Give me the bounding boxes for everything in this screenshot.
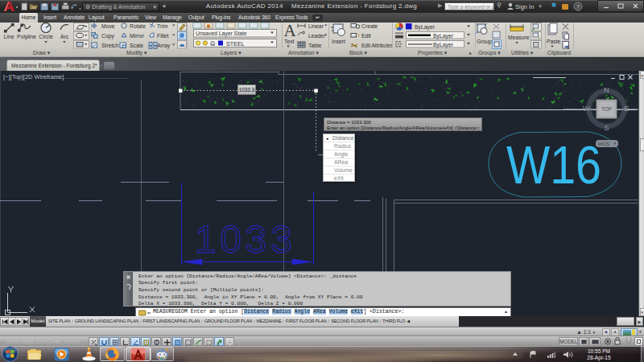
svg-text:Insert: Insert	[332, 39, 345, 44]
svg-text:Create: Create	[361, 23, 378, 29]
svg-text:Scale: Scale	[130, 43, 143, 48]
svg-text:Unsaved Layer State: Unsaved Layer State	[196, 31, 247, 37]
svg-text:Fillet: Fillet	[157, 33, 168, 39]
svg-text:N: N	[604, 85, 609, 94]
svg-text:Circle: Circle	[39, 34, 53, 39]
svg-text:Paste: Paste	[547, 39, 561, 44]
svg-text:Line: Line	[4, 34, 14, 39]
svg-text:Text: Text	[284, 39, 295, 44]
svg-text:Measure: Measure	[508, 35, 530, 40]
svg-text:Trim: Trim	[157, 23, 168, 29]
svg-text:W16: W16	[506, 135, 601, 195]
svg-text:TOP: TOP	[601, 106, 612, 112]
svg-text:Edit: Edit	[361, 33, 371, 39]
svg-text:Stretch: Stretch	[101, 43, 119, 48]
svg-text:ByLayer: ByLayer	[415, 24, 436, 31]
svg-text:Linear: Linear	[308, 23, 324, 29]
svg-text:Group: Group	[477, 39, 492, 45]
svg-text:?: ?	[576, 4, 580, 10]
svg-text:ByLayer: ByLayer	[433, 42, 454, 48]
svg-text:Array: Array	[157, 43, 171, 49]
svg-text:W: W	[583, 104, 590, 113]
svg-text:Edit Attributes: Edit Attributes	[361, 43, 392, 48]
svg-text:STEEL: STEEL	[226, 40, 245, 47]
svg-text:ByLayer: ByLayer	[433, 33, 454, 39]
svg-text:A: A	[284, 23, 297, 40]
svg-text:Arc: Arc	[60, 34, 69, 39]
svg-text:1033: 1033	[195, 218, 292, 261]
svg-text:Leader: Leader	[308, 33, 326, 39]
svg-text:E: E	[624, 104, 629, 113]
svg-text:WCS: WCS	[598, 142, 609, 146]
svg-text:Polyline: Polyline	[17, 34, 36, 40]
svg-text:Mirror: Mirror	[130, 33, 144, 39]
svg-text:Move: Move	[101, 23, 115, 29]
svg-text:Table: Table	[308, 43, 321, 48]
svg-text:Copy: Copy	[101, 33, 114, 39]
svg-text:S: S	[604, 123, 609, 132]
svg-text:Rotate: Rotate	[130, 23, 146, 29]
